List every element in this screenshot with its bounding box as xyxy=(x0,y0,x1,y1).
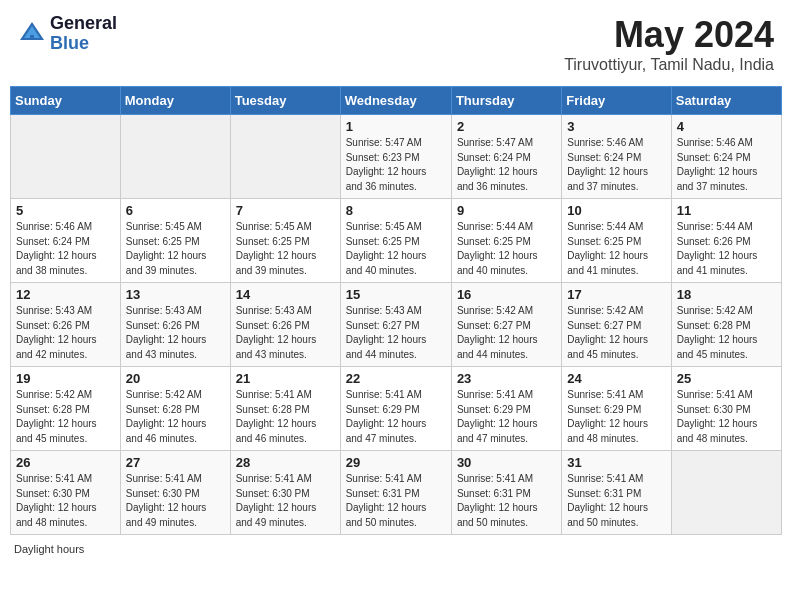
day-info: Sunrise: 5:41 AM Sunset: 6:30 PM Dayligh… xyxy=(126,472,225,530)
calendar-header-row: SundayMondayTuesdayWednesdayThursdayFrid… xyxy=(11,87,782,115)
day-info: Sunrise: 5:42 AM Sunset: 6:28 PM Dayligh… xyxy=(677,304,776,362)
calendar-cell: 13Sunrise: 5:43 AM Sunset: 6:26 PM Dayli… xyxy=(120,283,230,367)
day-number: 15 xyxy=(346,287,446,302)
day-number: 26 xyxy=(16,455,115,470)
day-info: Sunrise: 5:42 AM Sunset: 6:28 PM Dayligh… xyxy=(16,388,115,446)
day-info: Sunrise: 5:41 AM Sunset: 6:30 PM Dayligh… xyxy=(677,388,776,446)
day-number: 12 xyxy=(16,287,115,302)
calendar-cell: 12Sunrise: 5:43 AM Sunset: 6:26 PM Dayli… xyxy=(11,283,121,367)
day-number: 6 xyxy=(126,203,225,218)
day-number: 25 xyxy=(677,371,776,386)
day-info: Sunrise: 5:41 AM Sunset: 6:29 PM Dayligh… xyxy=(567,388,665,446)
day-info: Sunrise: 5:43 AM Sunset: 6:26 PM Dayligh… xyxy=(16,304,115,362)
weekday-header-monday: Monday xyxy=(120,87,230,115)
day-info: Sunrise: 5:41 AM Sunset: 6:31 PM Dayligh… xyxy=(457,472,556,530)
day-number: 7 xyxy=(236,203,335,218)
day-info: Sunrise: 5:41 AM Sunset: 6:28 PM Dayligh… xyxy=(236,388,335,446)
day-info: Sunrise: 5:43 AM Sunset: 6:26 PM Dayligh… xyxy=(236,304,335,362)
calendar-table: SundayMondayTuesdayWednesdayThursdayFrid… xyxy=(10,86,782,535)
day-info: Sunrise: 5:42 AM Sunset: 6:28 PM Dayligh… xyxy=(126,388,225,446)
calendar-cell: 18Sunrise: 5:42 AM Sunset: 6:28 PM Dayli… xyxy=(671,283,781,367)
day-number: 9 xyxy=(457,203,556,218)
day-number: 31 xyxy=(567,455,665,470)
weekday-header-saturday: Saturday xyxy=(671,87,781,115)
day-number: 5 xyxy=(16,203,115,218)
calendar-cell: 15Sunrise: 5:43 AM Sunset: 6:27 PM Dayli… xyxy=(340,283,451,367)
day-info: Sunrise: 5:47 AM Sunset: 6:23 PM Dayligh… xyxy=(346,136,446,194)
day-info: Sunrise: 5:46 AM Sunset: 6:24 PM Dayligh… xyxy=(567,136,665,194)
calendar-cell: 1Sunrise: 5:47 AM Sunset: 6:23 PM Daylig… xyxy=(340,115,451,199)
calendar-cell: 2Sunrise: 5:47 AM Sunset: 6:24 PM Daylig… xyxy=(451,115,561,199)
calendar-cell xyxy=(120,115,230,199)
title-block: May 2024 Tiruvottiyur, Tamil Nadu, India xyxy=(564,14,774,74)
calendar-week-2: 5Sunrise: 5:46 AM Sunset: 6:24 PM Daylig… xyxy=(11,199,782,283)
calendar-cell: 22Sunrise: 5:41 AM Sunset: 6:29 PM Dayli… xyxy=(340,367,451,451)
day-info: Sunrise: 5:41 AM Sunset: 6:30 PM Dayligh… xyxy=(236,472,335,530)
day-info: Sunrise: 5:43 AM Sunset: 6:26 PM Dayligh… xyxy=(126,304,225,362)
logo-general-text: General xyxy=(50,14,117,34)
location-subtitle: Tiruvottiyur, Tamil Nadu, India xyxy=(564,56,774,74)
calendar-week-5: 26Sunrise: 5:41 AM Sunset: 6:30 PM Dayli… xyxy=(11,451,782,535)
day-info: Sunrise: 5:44 AM Sunset: 6:25 PM Dayligh… xyxy=(567,220,665,278)
day-info: Sunrise: 5:41 AM Sunset: 6:29 PM Dayligh… xyxy=(457,388,556,446)
day-info: Sunrise: 5:44 AM Sunset: 6:25 PM Dayligh… xyxy=(457,220,556,278)
calendar-cell: 3Sunrise: 5:46 AM Sunset: 6:24 PM Daylig… xyxy=(562,115,671,199)
calendar-cell: 5Sunrise: 5:46 AM Sunset: 6:24 PM Daylig… xyxy=(11,199,121,283)
calendar-cell: 25Sunrise: 5:41 AM Sunset: 6:30 PM Dayli… xyxy=(671,367,781,451)
day-number: 13 xyxy=(126,287,225,302)
day-info: Sunrise: 5:47 AM Sunset: 6:24 PM Dayligh… xyxy=(457,136,556,194)
day-info: Sunrise: 5:45 AM Sunset: 6:25 PM Dayligh… xyxy=(126,220,225,278)
calendar-cell: 11Sunrise: 5:44 AM Sunset: 6:26 PM Dayli… xyxy=(671,199,781,283)
page-header: General Blue May 2024 Tiruvottiyur, Tami… xyxy=(10,10,782,78)
calendar-cell: 23Sunrise: 5:41 AM Sunset: 6:29 PM Dayli… xyxy=(451,367,561,451)
day-number: 22 xyxy=(346,371,446,386)
calendar-cell: 31Sunrise: 5:41 AM Sunset: 6:31 PM Dayli… xyxy=(562,451,671,535)
day-info: Sunrise: 5:42 AM Sunset: 6:27 PM Dayligh… xyxy=(457,304,556,362)
day-info: Sunrise: 5:41 AM Sunset: 6:30 PM Dayligh… xyxy=(16,472,115,530)
logo-icon xyxy=(18,20,46,48)
day-number: 2 xyxy=(457,119,556,134)
day-number: 19 xyxy=(16,371,115,386)
calendar-cell xyxy=(671,451,781,535)
calendar-cell: 30Sunrise: 5:41 AM Sunset: 6:31 PM Dayli… xyxy=(451,451,561,535)
day-number: 23 xyxy=(457,371,556,386)
calendar-cell: 26Sunrise: 5:41 AM Sunset: 6:30 PM Dayli… xyxy=(11,451,121,535)
calendar-cell: 14Sunrise: 5:43 AM Sunset: 6:26 PM Dayli… xyxy=(230,283,340,367)
logo-blue-text: Blue xyxy=(50,34,117,54)
daylight-label: Daylight hours xyxy=(14,543,84,555)
day-info: Sunrise: 5:46 AM Sunset: 6:24 PM Dayligh… xyxy=(677,136,776,194)
calendar-cell: 24Sunrise: 5:41 AM Sunset: 6:29 PM Dayli… xyxy=(562,367,671,451)
day-info: Sunrise: 5:41 AM Sunset: 6:29 PM Dayligh… xyxy=(346,388,446,446)
day-info: Sunrise: 5:42 AM Sunset: 6:27 PM Dayligh… xyxy=(567,304,665,362)
month-title: May 2024 xyxy=(564,14,774,56)
calendar-cell: 19Sunrise: 5:42 AM Sunset: 6:28 PM Dayli… xyxy=(11,367,121,451)
day-info: Sunrise: 5:46 AM Sunset: 6:24 PM Dayligh… xyxy=(16,220,115,278)
day-number: 17 xyxy=(567,287,665,302)
weekday-header-tuesday: Tuesday xyxy=(230,87,340,115)
calendar-cell: 21Sunrise: 5:41 AM Sunset: 6:28 PM Dayli… xyxy=(230,367,340,451)
weekday-header-wednesday: Wednesday xyxy=(340,87,451,115)
calendar-week-1: 1Sunrise: 5:47 AM Sunset: 6:23 PM Daylig… xyxy=(11,115,782,199)
calendar-cell: 10Sunrise: 5:44 AM Sunset: 6:25 PM Dayli… xyxy=(562,199,671,283)
calendar-cell: 17Sunrise: 5:42 AM Sunset: 6:27 PM Dayli… xyxy=(562,283,671,367)
day-number: 1 xyxy=(346,119,446,134)
weekday-header-thursday: Thursday xyxy=(451,87,561,115)
day-info: Sunrise: 5:45 AM Sunset: 6:25 PM Dayligh… xyxy=(346,220,446,278)
logo: General Blue xyxy=(18,14,117,54)
day-number: 27 xyxy=(126,455,225,470)
day-number: 30 xyxy=(457,455,556,470)
weekday-header-sunday: Sunday xyxy=(11,87,121,115)
day-number: 21 xyxy=(236,371,335,386)
day-number: 11 xyxy=(677,203,776,218)
svg-rect-2 xyxy=(30,35,34,40)
day-info: Sunrise: 5:45 AM Sunset: 6:25 PM Dayligh… xyxy=(236,220,335,278)
calendar-week-4: 19Sunrise: 5:42 AM Sunset: 6:28 PM Dayli… xyxy=(11,367,782,451)
calendar-cell: 16Sunrise: 5:42 AM Sunset: 6:27 PM Dayli… xyxy=(451,283,561,367)
calendar-cell: 29Sunrise: 5:41 AM Sunset: 6:31 PM Dayli… xyxy=(340,451,451,535)
day-number: 4 xyxy=(677,119,776,134)
day-info: Sunrise: 5:44 AM Sunset: 6:26 PM Dayligh… xyxy=(677,220,776,278)
day-number: 24 xyxy=(567,371,665,386)
calendar-cell: 6Sunrise: 5:45 AM Sunset: 6:25 PM Daylig… xyxy=(120,199,230,283)
day-info: Sunrise: 5:41 AM Sunset: 6:31 PM Dayligh… xyxy=(567,472,665,530)
calendar-cell: 9Sunrise: 5:44 AM Sunset: 6:25 PM Daylig… xyxy=(451,199,561,283)
